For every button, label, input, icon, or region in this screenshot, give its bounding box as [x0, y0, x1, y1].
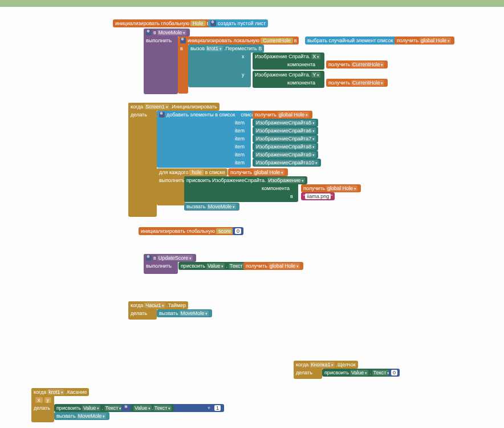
sprite6-block[interactable]: ИзображениеСпрайта6	[253, 127, 318, 135]
get-label: получить	[230, 169, 252, 175]
number-field[interactable]: 1	[214, 405, 221, 411]
component-dropdown[interactable]: Кнопка1	[310, 362, 335, 368]
call-movemole-3[interactable]: вызвать MoveMole	[54, 412, 109, 420]
create-empty-list-block[interactable]: создать пустой лист	[208, 19, 268, 27]
init-local-block[interactable]: инициализировать локальную CurrentHole в	[178, 37, 299, 45]
string-iiama-block[interactable]: "iiama.png"	[301, 192, 335, 200]
set-sprite-image-block[interactable]: присвоить ИзображениеСпрайта. Изображени…	[184, 176, 307, 184]
var-name[interactable]: CurrentHole	[261, 38, 293, 43]
comp-dropdown[interactable]: Value	[82, 405, 100, 411]
label: для каждого	[159, 169, 188, 175]
get-currenthole-2[interactable]: получить CurrentHole	[326, 79, 388, 87]
component-dropdown[interactable]: Screen1	[144, 104, 169, 110]
zero-block-1[interactable]: 0	[233, 227, 243, 235]
label: Изображение Спрайта.	[255, 54, 310, 59]
sprite5-block[interactable]: ИзображениеСпрайта5	[253, 119, 318, 127]
component-dropdown[interactable]: Часы1	[144, 302, 165, 308]
var-name[interactable]: Hole	[190, 21, 206, 26]
sprite7-block[interactable]: ИзображениеСпрайта7	[253, 135, 318, 143]
set-value-text-1[interactable]: присвоить Value. Текст в	[178, 262, 253, 270]
gear-icon[interactable]	[146, 30, 152, 35]
set-label: присвоить	[181, 263, 205, 269]
proc-dropdown[interactable]: MoveMole	[77, 413, 106, 419]
gear-icon[interactable]	[146, 255, 152, 261]
var-dropdown[interactable]: global Hole	[420, 38, 451, 43]
proc-updatescore-header[interactable]: в UpdateScore	[144, 254, 196, 262]
when-clock-timer[interactable]: когда Часы1 .Таймер	[128, 301, 188, 309]
call-movemole-1[interactable]: вызвать MoveMole	[184, 203, 239, 211]
sprite-y-block[interactable]: Изображение Спрайта. Y	[253, 71, 324, 79]
var-dropdown[interactable]: CurrentHole	[351, 80, 384, 86]
var-dropdown[interactable]: global Hole	[269, 263, 300, 269]
proc-dropdown[interactable]: MoveMole	[180, 310, 209, 316]
when-label: когда	[34, 389, 46, 395]
get-value-text-block[interactable]: Value. Текст	[131, 404, 174, 412]
prop-dropdown[interactable]: Текст	[153, 405, 172, 411]
prop-dropdown[interactable]: X	[311, 54, 320, 59]
sprite8-block[interactable]: ИзображениеСпрайта8	[253, 143, 318, 151]
get-global-hole-1[interactable]: получить global Hole	[395, 37, 454, 45]
proc-name[interactable]: UpdateScore	[157, 255, 193, 261]
var-dropdown[interactable]: global Hole	[326, 185, 357, 191]
get-label: получить	[246, 263, 267, 269]
loop-var[interactable]: hole	[189, 169, 204, 175]
call-moveto-block[interactable]: вызов krot1 .Переместить В	[188, 45, 264, 53]
component-dropdown[interactable]: krot1	[206, 46, 223, 51]
gear-icon[interactable]	[124, 405, 129, 411]
event-label: .Щелчок	[336, 362, 355, 368]
pick-random-block[interactable]: выбрать случайный элемент список	[305, 37, 396, 45]
blocks-canvas[interactable]: инициализировать глобальную Hole в созда…	[0, 7, 504, 428]
get-global-hole-3[interactable]: получить global Hole	[228, 168, 288, 176]
when-label: когда	[131, 302, 143, 308]
get-currenthole-1[interactable]: получить CurrentHole	[326, 60, 388, 68]
sprite10-block[interactable]: ИзображениеСпрайта10	[253, 159, 321, 167]
gear-icon[interactable]	[159, 112, 165, 118]
var-dropdown[interactable]: CurrentHole	[351, 62, 384, 67]
call-label: вызвать	[56, 413, 76, 419]
get-global-hole-4[interactable]: получить global Hole	[301, 184, 361, 192]
sprite9-block[interactable]: ИзображениеСпрайта9	[253, 151, 318, 159]
var-dropdown[interactable]: global Hole	[278, 112, 309, 118]
set-value-text-2[interactable]: присвоить Value. Текст в	[322, 369, 397, 377]
comp-dropdown[interactable]: Value	[133, 405, 152, 411]
param-y[interactable]: y	[44, 397, 52, 403]
gear-icon[interactable]	[180, 38, 186, 43]
init-global-score-block[interactable]: инициализировать глобальную score в	[139, 227, 239, 235]
zero-block-2[interactable]: 0	[389, 369, 400, 377]
var-name[interactable]: score	[216, 228, 233, 234]
gear-icon[interactable]	[210, 21, 216, 26]
prop-dropdown[interactable]: Изображение	[267, 177, 306, 183]
foreach-block[interactable]: для каждого hole в списке	[157, 168, 227, 176]
var-dropdown[interactable]: global Hole	[253, 169, 284, 175]
component-dropdown[interactable]: krot1	[47, 389, 64, 395]
call-movemole-2[interactable]: вызвать MoveMole	[157, 309, 212, 317]
screen-init-body	[128, 103, 157, 217]
when-button-click[interactable]: когда Кнопка1 .Щелчок	[294, 361, 358, 369]
prop-dropdown[interactable]: Текст	[372, 370, 391, 375]
component-y-label: компонента	[285, 79, 318, 87]
param-x[interactable]: x	[35, 397, 43, 403]
text-field[interactable]: iiama.png	[305, 193, 331, 199]
label: инициализировать локальную	[188, 38, 259, 43]
proc-movemole-header[interactable]: в MoveMole	[144, 29, 190, 37]
add-items-block[interactable]: добавить элементы в список список	[157, 111, 260, 119]
number-field[interactable]: 0	[391, 370, 397, 375]
get-global-hole-2[interactable]: получить global Hole	[253, 111, 312, 119]
label: выбрать случайный элемент	[307, 38, 376, 43]
sprite-x-block[interactable]: Изображение Спрайта. X	[253, 53, 324, 60]
number-field[interactable]: 0	[235, 228, 241, 234]
to-label: в	[153, 30, 156, 35]
prop-dropdown[interactable]: Y	[311, 72, 320, 78]
proc-dropdown[interactable]: MoveMole	[207, 204, 236, 209]
when-screen-init[interactable]: когда Screen1 .Инициализировать	[128, 103, 220, 111]
comp-dropdown[interactable]: Value	[350, 370, 368, 375]
prop-dropdown[interactable]: Текст	[104, 405, 123, 411]
set-value-text-3[interactable]: присвоить Value. Текст в	[54, 404, 129, 412]
init-global-hole-block[interactable]: инициализировать глобальную Hole в	[113, 19, 212, 27]
comp-dropdown[interactable]: Value	[206, 263, 225, 269]
label: добавить элементы в список	[166, 112, 235, 118]
get-global-hole-5[interactable]: получить global Hole	[243, 262, 303, 270]
proc-name[interactable]: MoveMole	[157, 30, 186, 35]
when-krot-touched[interactable]: когда krot1 .Касание	[31, 388, 89, 396]
when-label: когда	[296, 362, 308, 368]
